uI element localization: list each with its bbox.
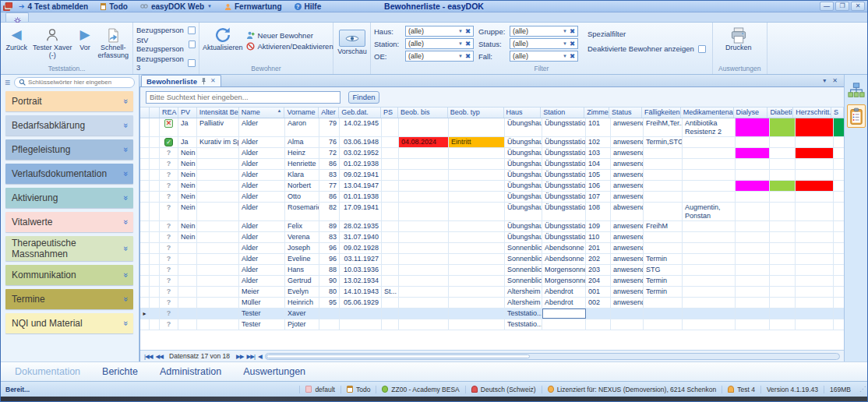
pin-icon[interactable] xyxy=(201,78,206,85)
table-row[interactable]: ?TesterPjoterTeststatio... xyxy=(140,319,844,330)
preview-button[interactable]: Vorschau xyxy=(337,24,368,55)
table-row[interactable]: ?AlderJoseph9609.02.1928SonnenblickAbend… xyxy=(140,243,844,254)
table-row[interactable]: ?AlderGertrud9013.02.1934SonnenblickMorg… xyxy=(140,276,844,287)
table-row[interactable]: ?MüllerHeinrich9505.06.1929AltersheimAbe… xyxy=(140,298,844,309)
tab-bewohnerliste[interactable]: Bewohnerliste ✕ xyxy=(141,75,221,86)
oe-select[interactable]: (alle)▼✖ xyxy=(405,51,474,62)
col-header-station[interactable]: Station xyxy=(541,108,584,118)
col-header-zimmer[interactable]: Zimmer xyxy=(584,108,609,118)
col-header-alter[interactable]: Alter xyxy=(319,108,339,118)
col-header-status[interactable]: Status xyxy=(609,108,642,118)
col-header-s[interactable]: S xyxy=(831,108,844,118)
chevron-expand-icon[interactable]: » xyxy=(122,273,131,277)
table-row[interactable]: ✓JaKurativ im SpitalAlderAlma7603.06.194… xyxy=(140,137,844,148)
chevron-expand-icon[interactable]: » xyxy=(122,220,131,224)
tab-dokumentation[interactable]: Dokumentation xyxy=(15,366,80,377)
horizontal-scrollbar[interactable] xyxy=(265,353,840,360)
col-header-rea[interactable]: REA xyxy=(160,108,178,118)
tab-administration[interactable]: Administration xyxy=(160,366,221,377)
quick-entry-button[interactable]: Schnell-erfassung xyxy=(97,24,129,59)
table-row[interactable]: ?AlderEveline9603.11.1927SonnenblickAben… xyxy=(140,254,844,265)
checkbox-bezugsperson-3[interactable]: Bezugsperson 3 xyxy=(136,55,196,72)
chevron-expand-icon[interactable]: » xyxy=(122,99,131,104)
table-row[interactable]: ?NeinAlderHenriette8601.02.1938Übungshau… xyxy=(140,159,844,170)
chevron-expand-icon[interactable]: » xyxy=(122,196,131,200)
chevron-expand-icon[interactable]: » xyxy=(122,123,131,128)
scrollbar-thumb[interactable] xyxy=(266,354,531,358)
hamburger-icon[interactable]: ≡ xyxy=(5,78,10,87)
focused-cell-station[interactable] xyxy=(542,309,586,319)
sidebar-item-pflegeleistung[interactable]: Pflegeleistung» xyxy=(5,139,133,160)
tab-auswertungen[interactable]: Auswertungen xyxy=(243,366,305,377)
menu-easydok-web[interactable]: easyDOK Web▼ xyxy=(140,2,212,11)
chevron-expand-icon[interactable]: » xyxy=(122,321,131,326)
print-button[interactable]: Drucken xyxy=(716,24,761,51)
tab-close-icon[interactable]: ✕ xyxy=(210,78,216,84)
gruppe-select[interactable]: (alle)▼✖ xyxy=(510,26,578,37)
sidebar-item-nqi-und-material[interactable]: NQI und Material» xyxy=(5,313,133,333)
col-header-dialyse[interactable]: Dialyse xyxy=(734,108,768,118)
tabstrip-close-icon[interactable]: ✕ xyxy=(832,77,838,84)
next-record-button[interactable]: ▶▶ xyxy=(236,353,244,360)
table-row[interactable]: ?AlderHans8810.03.1936SonnenblickMorgens… xyxy=(140,265,844,276)
forward-button[interactable]: ▶Vor xyxy=(76,24,94,51)
show-deactivated-checkbox[interactable]: Deaktivierte Bewohner anzeigen xyxy=(587,44,706,53)
resize-grip[interactable]: ⋰ xyxy=(856,386,863,393)
settings-tab[interactable] xyxy=(5,12,29,22)
last-record-button[interactable]: ▶▶| xyxy=(247,353,255,360)
org-chart-button[interactable] xyxy=(847,81,866,100)
table-row[interactable]: ?NeinAlderNorbert7713.04.1947ÜbungshausÜ… xyxy=(140,181,844,192)
fall-select[interactable]: (alle)▼✖ xyxy=(510,51,578,62)
table-row[interactable]: ?MeierEvelyn8014.10.1943St...AltersheimA… xyxy=(140,287,844,298)
maximize-button[interactable]: ❐ xyxy=(835,2,849,11)
sidebar-item-vitalwerte[interactable]: Vitalwerte» xyxy=(5,212,133,232)
checkbox-bezugsperson[interactable]: Bezugsperson xyxy=(136,26,196,34)
haus-select[interactable]: (alle)▼✖ xyxy=(405,26,474,37)
col-header-beob_typ[interactable]: Beob. typ xyxy=(448,108,504,118)
station-select[interactable]: (alle)▼✖ xyxy=(405,38,474,49)
close-button[interactable]: ✕ xyxy=(851,2,865,11)
col-header-herz[interactable]: Herzschritt... xyxy=(793,108,831,118)
clear-icon[interactable]: ✖ xyxy=(464,52,473,60)
col-header-ps[interactable]: PS xyxy=(381,108,398,118)
new-resident-button[interactable]: Neuer Bewohner xyxy=(246,31,333,40)
table-search-input[interactable] xyxy=(146,91,340,104)
status-item-todo[interactable]: Todo xyxy=(340,386,376,393)
sidebar-item-verlaufsdokumentation[interactable]: Verlaufsdokumentation» xyxy=(5,164,133,184)
table-row[interactable]: ▸?TesterXaverTeststatio... xyxy=(140,309,844,319)
chevron-expand-icon[interactable]: » xyxy=(122,246,131,251)
table-row[interactable]: ?NeinAlderKlara8309.02.1941ÜbungshausÜbu… xyxy=(140,170,844,181)
menu-todo[interactable]: Todo xyxy=(101,2,128,11)
first-record-button[interactable]: |◀◀ xyxy=(144,353,152,360)
sidebar-item-aktivierung[interactable]: Aktivierung» xyxy=(5,188,133,208)
table-row[interactable]: ?NeinAlderFelix8928.02.1935ÜbungshausÜbu… xyxy=(140,221,844,232)
scroll-left-icon[interactable]: ◀ xyxy=(258,353,262,360)
clear-icon[interactable]: ✖ xyxy=(569,40,577,48)
tab-berichte[interactable]: Berichte xyxy=(102,366,138,377)
current-user-button[interactable]: Tester Xaver (-) xyxy=(32,24,72,59)
col-header-haus[interactable]: Haus xyxy=(504,108,542,118)
clear-icon[interactable]: ✖ xyxy=(569,27,577,35)
col-header-diabetes[interactable]: Diabeti... xyxy=(767,108,793,118)
col-header-beob_bis[interactable]: Beob. bis xyxy=(398,108,448,118)
status-item-deutsch-schweiz-[interactable]: Deutsch (Schweiz) xyxy=(465,386,542,393)
find-button[interactable]: Finden xyxy=(348,91,379,104)
minimize-button[interactable]: — xyxy=(820,2,834,11)
status-item-test-4[interactable]: Test 4 xyxy=(722,386,760,393)
chevron-expand-icon[interactable]: » xyxy=(122,171,131,176)
col-header-faelligkeiten[interactable]: Fälligkeiten xyxy=(642,108,681,118)
spezialfilter-button[interactable]: Spezialfilter xyxy=(587,30,706,38)
sidebar-item-therapeutische-massnahmen[interactable]: Therapeutische Massnahmen» xyxy=(5,236,133,261)
status-item-default[interactable]: default xyxy=(299,386,340,393)
clipboard-button[interactable] xyxy=(847,104,866,128)
sidebar-item-bedarfsabkl-rung[interactable]: Bedarfsabklärung» xyxy=(5,115,133,136)
col-header-gebdat[interactable]: Geb.dat. xyxy=(339,108,381,118)
table-row[interactable]: ?NeinAlderOtto8601.01.1938ÜbungshausÜbun… xyxy=(140,192,844,203)
table-row[interactable]: ?NeinAlderRosemarie8217.09.1941Übungshau… xyxy=(140,203,844,221)
activate-deactivate-button[interactable]: Aktivieren/Deaktivieren xyxy=(246,42,333,51)
tabstrip-dropdown-icon[interactable]: ▾ xyxy=(823,77,826,84)
status-item-lizenziert-f-r-nexus-dem[interactable]: Lizenziert für: NEXUS (Demoversion), 621… xyxy=(542,386,722,393)
col-header-vorname[interactable]: Vorname xyxy=(284,108,319,118)
status-item-zz00-academy-besa[interactable]: ZZ00 - Academy BESA xyxy=(376,386,464,393)
col-header-medikamente[interactable]: Medikamentenalle... xyxy=(681,108,734,118)
